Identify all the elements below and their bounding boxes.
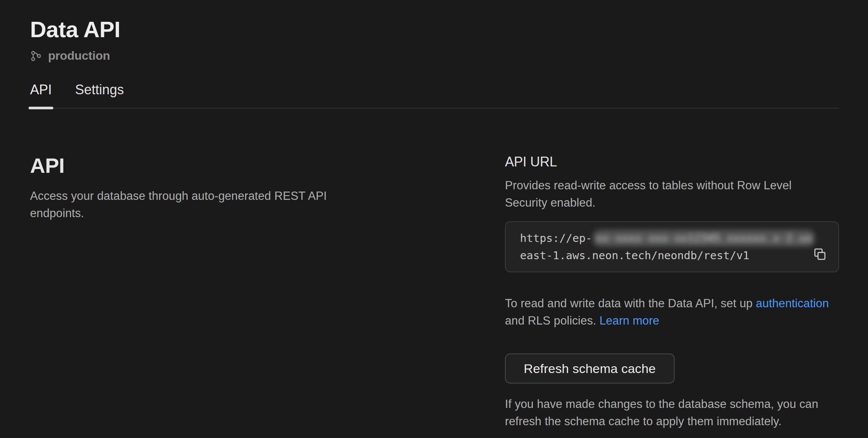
api-section-title: API: [30, 154, 482, 178]
api-url-description: Provides read-write access to tables wit…: [505, 177, 839, 211]
authentication-link[interactable]: authentication: [756, 297, 829, 310]
tab-api[interactable]: API: [30, 82, 52, 108]
data-api-page: Data API production API Settings API Acc…: [0, 0, 868, 438]
learn-more-link[interactable]: Learn more: [600, 314, 660, 327]
refresh-schema-cache-button[interactable]: Refresh schema cache: [505, 353, 675, 384]
api-url-panel: API URL Provides read-write access to ta…: [505, 154, 839, 430]
api-section: API Access your database through auto-ge…: [30, 154, 505, 222]
main-content: API Access your database through auto-ge…: [30, 154, 839, 430]
tab-bar: API Settings: [30, 82, 839, 109]
api-url-title: API URL: [505, 154, 839, 170]
api-url-suffix: east-1.aws.neon.tech/neondb/rest/v1: [520, 249, 749, 262]
page-title: Data API: [30, 17, 839, 43]
page-header: Data API production: [30, 0, 839, 63]
branch-selector: production: [30, 49, 839, 63]
api-section-description: Access your database through auto-genera…: [30, 187, 398, 222]
branch-icon: [30, 50, 42, 62]
branch-name: production: [48, 49, 110, 63]
auth-note-text-2: and RLS policies.: [505, 314, 600, 327]
api-url-value: https://ep-xx-xxxx-xxx-xx12345.xxxxxx.x-…: [520, 230, 838, 264]
copy-icon: [812, 247, 827, 262]
api-url-box: https://ep-xx-xxxx-xxx-xx12345.xxxxxx.x-…: [505, 221, 839, 272]
tab-settings[interactable]: Settings: [75, 82, 124, 108]
redacted-url-segment: xx-xxxx-xxx-xx12345.xxxxxx.x-2.us: [593, 230, 815, 247]
auth-note: To read and write data with the Data API…: [505, 295, 839, 329]
copy-button[interactable]: [812, 247, 827, 262]
refresh-schema-description: If you have made changes to the database…: [505, 396, 839, 430]
api-url-prefix: https://ep-: [520, 232, 592, 245]
auth-note-text-1: To read and write data with the Data API…: [505, 297, 756, 310]
